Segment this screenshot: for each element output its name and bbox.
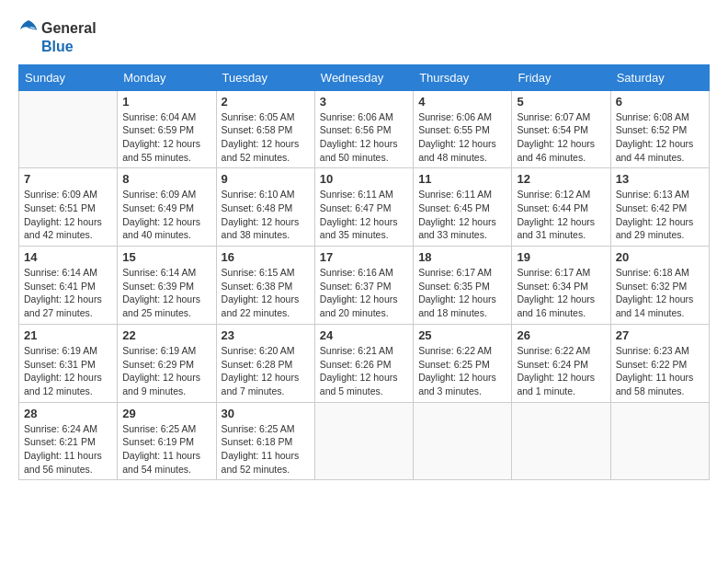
day-number: 9 [222,172,310,186]
day-number: 1 [122,95,210,109]
day-number: 30 [222,407,310,420]
calendar-cell: 1Sunrise: 6:04 AM Sunset: 6:59 PM Daylig… [118,90,216,168]
cell-info: Sunrise: 6:16 AM Sunset: 6:37 PM Dayligh… [320,266,408,320]
day-number: 25 [418,328,506,342]
calendar-cell: 16Sunrise: 6:15 AM Sunset: 6:38 PM Dayli… [216,247,314,325]
day-number: 18 [418,250,506,264]
calendar-cell: 12Sunrise: 6:12 AM Sunset: 6:44 PM Dayli… [512,168,610,247]
cell-info: Sunrise: 6:09 AM Sunset: 6:49 PM Dayligh… [122,188,210,242]
calendar-week-5: 28Sunrise: 6:24 AM Sunset: 6:21 PM Dayli… [19,402,710,480]
calendar-cell: 25Sunrise: 6:22 AM Sunset: 6:25 PM Dayli… [414,324,512,402]
day-header-monday: Monday [118,64,216,90]
cell-info: Sunrise: 6:11 AM Sunset: 6:45 PM Dayligh… [418,188,506,242]
calendar-header-row: SundayMondayTuesdayWednesdayThursdayFrid… [19,64,710,90]
logo-container: General Blue [18,18,97,55]
calendar-cell: 4Sunrise: 6:06 AM Sunset: 6:55 PM Daylig… [414,90,512,168]
cell-info: Sunrise: 6:23 AM Sunset: 6:22 PM Dayligh… [616,344,704,398]
calendar-cell: 14Sunrise: 6:14 AM Sunset: 6:41 PM Dayli… [19,247,118,325]
calendar-cell: 17Sunrise: 6:16 AM Sunset: 6:37 PM Dayli… [314,247,413,325]
calendar-week-3: 14Sunrise: 6:14 AM Sunset: 6:41 PM Dayli… [19,247,710,325]
cell-info: Sunrise: 6:18 AM Sunset: 6:32 PM Dayligh… [616,266,704,320]
calendar-cell: 27Sunrise: 6:23 AM Sunset: 6:22 PM Dayli… [610,324,709,402]
day-number: 19 [517,250,605,264]
cell-info: Sunrise: 6:11 AM Sunset: 6:47 PM Dayligh… [320,188,408,242]
logo: General Blue [18,18,97,55]
calendar-cell: 21Sunrise: 6:19 AM Sunset: 6:31 PM Dayli… [19,324,118,402]
day-number: 10 [320,172,408,186]
cell-info: Sunrise: 6:14 AM Sunset: 6:41 PM Dayligh… [24,266,112,320]
day-number: 7 [24,172,112,186]
cell-info: Sunrise: 6:04 AM Sunset: 6:59 PM Dayligh… [122,110,210,165]
day-number: 11 [418,172,506,186]
cell-info: Sunrise: 6:08 AM Sunset: 6:52 PM Dayligh… [616,110,704,165]
day-header-thursday: Thursday [414,64,512,90]
day-number: 5 [517,95,605,109]
calendar-cell: 26Sunrise: 6:22 AM Sunset: 6:24 PM Dayli… [512,324,610,402]
calendar-cell [414,402,512,480]
calendar-cell: 29Sunrise: 6:25 AM Sunset: 6:19 PM Dayli… [118,402,216,480]
day-number: 27 [616,328,704,342]
calendar-cell [512,402,610,480]
cell-info: Sunrise: 6:25 AM Sunset: 6:19 PM Dayligh… [122,422,210,477]
calendar-cell: 22Sunrise: 6:19 AM Sunset: 6:29 PM Dayli… [118,324,216,402]
cell-info: Sunrise: 6:13 AM Sunset: 6:42 PM Dayligh… [616,188,704,242]
day-header-tuesday: Tuesday [216,64,314,90]
cell-info: Sunrise: 6:20 AM Sunset: 6:28 PM Dayligh… [222,344,310,398]
cell-info: Sunrise: 6:17 AM Sunset: 6:34 PM Dayligh… [517,266,605,320]
calendar-cell: 11Sunrise: 6:11 AM Sunset: 6:45 PM Dayli… [414,168,512,247]
cell-info: Sunrise: 6:24 AM Sunset: 6:21 PM Dayligh… [24,422,112,477]
day-header-saturday: Saturday [610,64,709,90]
day-number: 28 [24,407,112,420]
day-number: 22 [122,328,210,342]
cell-info: Sunrise: 6:10 AM Sunset: 6:48 PM Dayligh… [222,188,310,242]
day-number: 24 [320,328,408,342]
cell-info: Sunrise: 6:07 AM Sunset: 6:54 PM Dayligh… [517,110,605,165]
calendar-table: SundayMondayTuesdayWednesdayThursdayFrid… [18,64,710,481]
day-number: 8 [122,172,210,186]
calendar-cell: 2Sunrise: 6:05 AM Sunset: 6:58 PM Daylig… [216,90,314,168]
calendar-cell [19,90,118,168]
calendar-cell: 20Sunrise: 6:18 AM Sunset: 6:32 PM Dayli… [610,247,709,325]
day-number: 21 [24,328,112,342]
calendar-cell: 24Sunrise: 6:21 AM Sunset: 6:26 PM Dayli… [314,324,413,402]
cell-info: Sunrise: 6:22 AM Sunset: 6:24 PM Dayligh… [517,344,605,398]
day-number: 14 [24,250,112,264]
day-number: 20 [616,250,704,264]
day-header-friday: Friday [512,64,610,90]
day-header-wednesday: Wednesday [314,64,413,90]
calendar-week-1: 1Sunrise: 6:04 AM Sunset: 6:59 PM Daylig… [19,90,710,168]
calendar-cell: 28Sunrise: 6:24 AM Sunset: 6:21 PM Dayli… [19,402,118,480]
day-number: 12 [517,172,605,186]
day-number: 6 [616,95,704,109]
cell-info: Sunrise: 6:19 AM Sunset: 6:29 PM Dayligh… [122,344,210,398]
day-number: 15 [122,250,210,264]
cell-info: Sunrise: 6:14 AM Sunset: 6:39 PM Dayligh… [122,266,210,320]
day-number: 17 [320,250,408,264]
calendar-cell: 10Sunrise: 6:11 AM Sunset: 6:47 PM Dayli… [314,168,413,247]
cell-info: Sunrise: 6:21 AM Sunset: 6:26 PM Dayligh… [320,344,408,398]
day-number: 4 [418,95,506,109]
cell-info: Sunrise: 6:12 AM Sunset: 6:44 PM Dayligh… [517,188,605,242]
calendar-week-4: 21Sunrise: 6:19 AM Sunset: 6:31 PM Dayli… [19,324,710,402]
calendar-cell [610,402,709,480]
logo-bird-icon [18,18,39,39]
header: General Blue [18,18,710,55]
day-number: 13 [616,172,704,186]
cell-info: Sunrise: 6:05 AM Sunset: 6:58 PM Dayligh… [222,110,310,165]
calendar-cell: 19Sunrise: 6:17 AM Sunset: 6:34 PM Dayli… [512,247,610,325]
day-number: 23 [222,328,310,342]
cell-info: Sunrise: 6:06 AM Sunset: 6:55 PM Dayligh… [418,110,506,165]
day-number: 16 [222,250,310,264]
logo-general: General [41,20,97,37]
cell-info: Sunrise: 6:25 AM Sunset: 6:18 PM Dayligh… [222,422,310,477]
cell-info: Sunrise: 6:19 AM Sunset: 6:31 PM Dayligh… [24,344,112,398]
logo-blue: Blue [41,39,97,55]
day-number: 29 [122,407,210,420]
calendar-cell: 15Sunrise: 6:14 AM Sunset: 6:39 PM Dayli… [118,247,216,325]
cell-info: Sunrise: 6:09 AM Sunset: 6:51 PM Dayligh… [24,188,112,242]
calendar-cell: 30Sunrise: 6:25 AM Sunset: 6:18 PM Dayli… [216,402,314,480]
calendar-cell: 13Sunrise: 6:13 AM Sunset: 6:42 PM Dayli… [610,168,709,247]
day-number: 2 [222,95,310,109]
cell-info: Sunrise: 6:15 AM Sunset: 6:38 PM Dayligh… [222,266,310,320]
calendar-cell: 23Sunrise: 6:20 AM Sunset: 6:28 PM Dayli… [216,324,314,402]
